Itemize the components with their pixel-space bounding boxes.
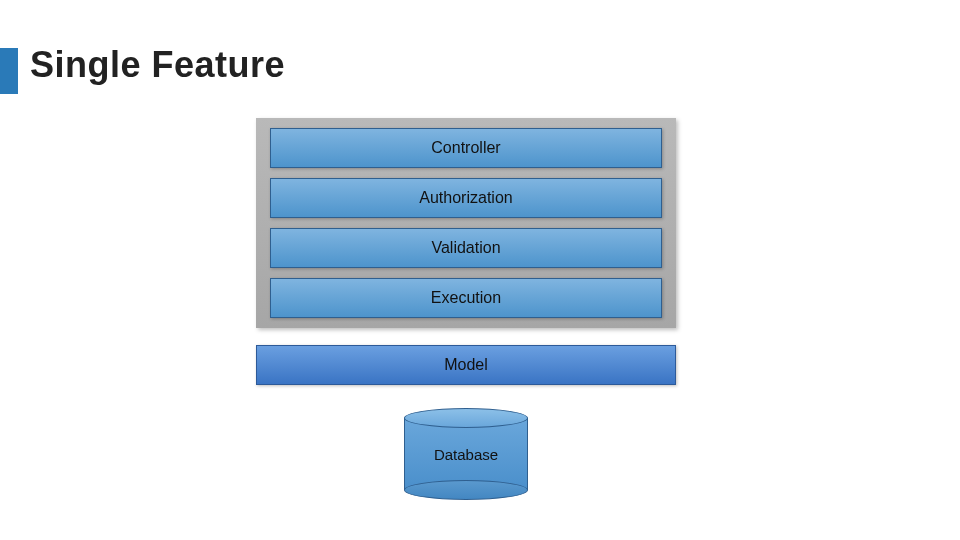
layer-model: Model (256, 345, 676, 385)
database-label: Database (404, 446, 528, 463)
layer-validation: Validation (270, 228, 662, 268)
layer-controller: Controller (270, 128, 662, 168)
slide: Single Feature Controller Authorization … (0, 0, 960, 540)
database-top-ellipse (404, 408, 528, 428)
slide-title: Single Feature (30, 44, 285, 86)
feature-stack-container: Controller Authorization Validation Exec… (256, 118, 676, 328)
database-bottom-ellipse (404, 480, 528, 500)
title-accent-bar (0, 48, 18, 94)
database-cylinder: Database (404, 408, 528, 500)
layer-authorization: Authorization (270, 178, 662, 218)
layer-execution: Execution (270, 278, 662, 318)
